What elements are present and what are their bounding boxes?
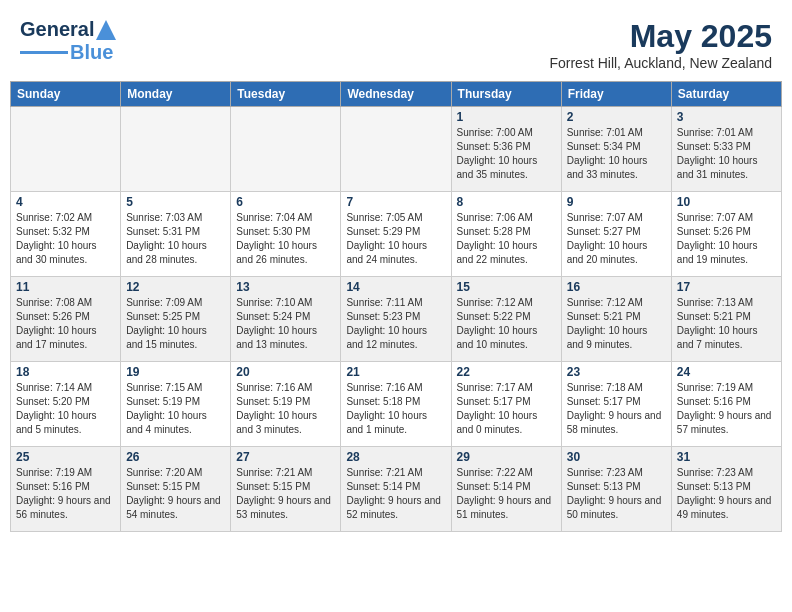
day-number: 1 <box>457 110 556 124</box>
calendar-day-cell: 5Sunrise: 7:03 AMSunset: 5:31 PMDaylight… <box>121 192 231 277</box>
day-info: Sunrise: 7:02 AMSunset: 5:32 PMDaylight:… <box>16 211 115 267</box>
day-number: 22 <box>457 365 556 379</box>
title-block: May 2025 Forrest Hill, Auckland, New Zea… <box>549 18 772 71</box>
day-number: 19 <box>126 365 225 379</box>
day-info: Sunrise: 7:05 AMSunset: 5:29 PMDaylight:… <box>346 211 445 267</box>
day-info: Sunrise: 7:21 AMSunset: 5:15 PMDaylight:… <box>236 466 335 522</box>
calendar-week-row: 11Sunrise: 7:08 AMSunset: 5:26 PMDayligh… <box>11 277 782 362</box>
calendar-day-cell: 9Sunrise: 7:07 AMSunset: 5:27 PMDaylight… <box>561 192 671 277</box>
day-number: 16 <box>567 280 666 294</box>
calendar-day-cell <box>121 107 231 192</box>
calendar-day-cell: 2Sunrise: 7:01 AMSunset: 5:34 PMDaylight… <box>561 107 671 192</box>
day-info: Sunrise: 7:03 AMSunset: 5:31 PMDaylight:… <box>126 211 225 267</box>
day-info: Sunrise: 7:12 AMSunset: 5:21 PMDaylight:… <box>567 296 666 352</box>
day-info: Sunrise: 7:07 AMSunset: 5:27 PMDaylight:… <box>567 211 666 267</box>
day-number: 18 <box>16 365 115 379</box>
calendar-day-cell <box>11 107 121 192</box>
day-number: 23 <box>567 365 666 379</box>
calendar-day-header: Thursday <box>451 82 561 107</box>
calendar-day-header: Sunday <box>11 82 121 107</box>
day-info: Sunrise: 7:01 AMSunset: 5:34 PMDaylight:… <box>567 126 666 182</box>
page-title: May 2025 <box>549 18 772 55</box>
day-number: 10 <box>677 195 776 209</box>
day-info: Sunrise: 7:19 AMSunset: 5:16 PMDaylight:… <box>677 381 776 437</box>
day-info: Sunrise: 7:16 AMSunset: 5:18 PMDaylight:… <box>346 381 445 437</box>
day-number: 13 <box>236 280 335 294</box>
svg-marker-0 <box>96 20 116 40</box>
day-info: Sunrise: 7:13 AMSunset: 5:21 PMDaylight:… <box>677 296 776 352</box>
calendar-day-cell <box>341 107 451 192</box>
calendar-day-cell: 8Sunrise: 7:06 AMSunset: 5:28 PMDaylight… <box>451 192 561 277</box>
calendar-week-row: 4Sunrise: 7:02 AMSunset: 5:32 PMDaylight… <box>11 192 782 277</box>
day-number: 7 <box>346 195 445 209</box>
day-number: 15 <box>457 280 556 294</box>
day-info: Sunrise: 7:19 AMSunset: 5:16 PMDaylight:… <box>16 466 115 522</box>
calendar-day-cell: 30Sunrise: 7:23 AMSunset: 5:13 PMDayligh… <box>561 447 671 532</box>
day-info: Sunrise: 7:07 AMSunset: 5:26 PMDaylight:… <box>677 211 776 267</box>
day-number: 3 <box>677 110 776 124</box>
calendar-day-cell: 7Sunrise: 7:05 AMSunset: 5:29 PMDaylight… <box>341 192 451 277</box>
day-info: Sunrise: 7:12 AMSunset: 5:22 PMDaylight:… <box>457 296 556 352</box>
day-number: 26 <box>126 450 225 464</box>
calendar-day-cell: 24Sunrise: 7:19 AMSunset: 5:16 PMDayligh… <box>671 362 781 447</box>
calendar-day-cell: 26Sunrise: 7:20 AMSunset: 5:15 PMDayligh… <box>121 447 231 532</box>
day-number: 27 <box>236 450 335 464</box>
calendar-day-cell: 4Sunrise: 7:02 AMSunset: 5:32 PMDaylight… <box>11 192 121 277</box>
day-info: Sunrise: 7:01 AMSunset: 5:33 PMDaylight:… <box>677 126 776 182</box>
day-number: 24 <box>677 365 776 379</box>
calendar-day-cell: 23Sunrise: 7:18 AMSunset: 5:17 PMDayligh… <box>561 362 671 447</box>
calendar-day-header: Tuesday <box>231 82 341 107</box>
day-info: Sunrise: 7:14 AMSunset: 5:20 PMDaylight:… <box>16 381 115 437</box>
day-info: Sunrise: 7:21 AMSunset: 5:14 PMDaylight:… <box>346 466 445 522</box>
calendar-day-cell: 18Sunrise: 7:14 AMSunset: 5:20 PMDayligh… <box>11 362 121 447</box>
day-number: 21 <box>346 365 445 379</box>
day-number: 12 <box>126 280 225 294</box>
day-number: 9 <box>567 195 666 209</box>
day-info: Sunrise: 7:06 AMSunset: 5:28 PMDaylight:… <box>457 211 556 267</box>
calendar-table: SundayMondayTuesdayWednesdayThursdayFrid… <box>10 81 782 532</box>
calendar-day-cell: 16Sunrise: 7:12 AMSunset: 5:21 PMDayligh… <box>561 277 671 362</box>
day-number: 11 <box>16 280 115 294</box>
logo: General Blue <box>20 18 116 64</box>
logo-arrow-icon <box>96 20 116 40</box>
calendar-day-cell: 17Sunrise: 7:13 AMSunset: 5:21 PMDayligh… <box>671 277 781 362</box>
calendar-day-cell: 6Sunrise: 7:04 AMSunset: 5:30 PMDaylight… <box>231 192 341 277</box>
day-info: Sunrise: 7:18 AMSunset: 5:17 PMDaylight:… <box>567 381 666 437</box>
calendar-day-cell: 20Sunrise: 7:16 AMSunset: 5:19 PMDayligh… <box>231 362 341 447</box>
day-number: 31 <box>677 450 776 464</box>
day-info: Sunrise: 7:23 AMSunset: 5:13 PMDaylight:… <box>567 466 666 522</box>
calendar-day-cell: 14Sunrise: 7:11 AMSunset: 5:23 PMDayligh… <box>341 277 451 362</box>
calendar-day-cell: 13Sunrise: 7:10 AMSunset: 5:24 PMDayligh… <box>231 277 341 362</box>
calendar-day-cell: 19Sunrise: 7:15 AMSunset: 5:19 PMDayligh… <box>121 362 231 447</box>
day-info: Sunrise: 7:16 AMSunset: 5:19 PMDaylight:… <box>236 381 335 437</box>
calendar-day-cell: 10Sunrise: 7:07 AMSunset: 5:26 PMDayligh… <box>671 192 781 277</box>
day-info: Sunrise: 7:08 AMSunset: 5:26 PMDaylight:… <box>16 296 115 352</box>
page-subtitle: Forrest Hill, Auckland, New Zealand <box>549 55 772 71</box>
day-number: 25 <box>16 450 115 464</box>
calendar-day-cell: 11Sunrise: 7:08 AMSunset: 5:26 PMDayligh… <box>11 277 121 362</box>
calendar-header-row: SundayMondayTuesdayWednesdayThursdayFrid… <box>11 82 782 107</box>
day-info: Sunrise: 7:09 AMSunset: 5:25 PMDaylight:… <box>126 296 225 352</box>
calendar-week-row: 1Sunrise: 7:00 AMSunset: 5:36 PMDaylight… <box>11 107 782 192</box>
calendar-day-header: Saturday <box>671 82 781 107</box>
calendar-day-cell: 21Sunrise: 7:16 AMSunset: 5:18 PMDayligh… <box>341 362 451 447</box>
day-info: Sunrise: 7:15 AMSunset: 5:19 PMDaylight:… <box>126 381 225 437</box>
calendar-day-cell: 22Sunrise: 7:17 AMSunset: 5:17 PMDayligh… <box>451 362 561 447</box>
day-number: 6 <box>236 195 335 209</box>
calendar-day-cell <box>231 107 341 192</box>
calendar-day-header: Monday <box>121 82 231 107</box>
logo-text-general: General <box>20 18 94 41</box>
day-info: Sunrise: 7:10 AMSunset: 5:24 PMDaylight:… <box>236 296 335 352</box>
calendar-day-cell: 3Sunrise: 7:01 AMSunset: 5:33 PMDaylight… <box>671 107 781 192</box>
day-number: 29 <box>457 450 556 464</box>
day-number: 5 <box>126 195 225 209</box>
calendar-day-cell: 27Sunrise: 7:21 AMSunset: 5:15 PMDayligh… <box>231 447 341 532</box>
calendar-day-cell: 29Sunrise: 7:22 AMSunset: 5:14 PMDayligh… <box>451 447 561 532</box>
calendar-day-cell: 25Sunrise: 7:19 AMSunset: 5:16 PMDayligh… <box>11 447 121 532</box>
day-number: 14 <box>346 280 445 294</box>
calendar-day-header: Friday <box>561 82 671 107</box>
day-info: Sunrise: 7:11 AMSunset: 5:23 PMDaylight:… <box>346 296 445 352</box>
calendar-day-cell: 15Sunrise: 7:12 AMSunset: 5:22 PMDayligh… <box>451 277 561 362</box>
day-info: Sunrise: 7:04 AMSunset: 5:30 PMDaylight:… <box>236 211 335 267</box>
logo-text-blue: Blue <box>70 41 113 64</box>
